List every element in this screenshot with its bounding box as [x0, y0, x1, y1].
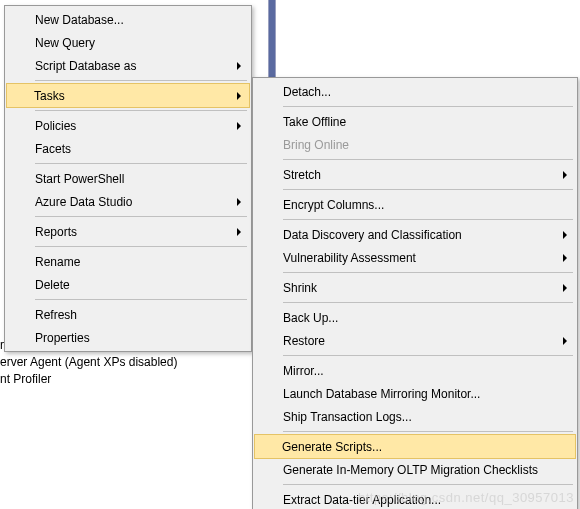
menu-label: Facets [35, 142, 71, 156]
menu-label: Vulnerability Assessment [283, 251, 416, 265]
menu-take-offline[interactable]: Take Offline [255, 110, 575, 133]
menu-separator [283, 106, 573, 107]
menu-reports[interactable]: Reports [7, 220, 249, 243]
menu-label: Ship Transaction Logs... [283, 410, 412, 424]
submenu-arrow-icon [563, 231, 567, 239]
submenu-arrow-icon [237, 62, 241, 70]
menu-label: Bring Online [283, 138, 349, 152]
context-menu-database: New Database... New Query Script Databas… [4, 5, 252, 352]
menu-label: Take Offline [283, 115, 346, 129]
menu-mirror[interactable]: Mirror... [255, 359, 575, 382]
menu-facets[interactable]: Facets [7, 137, 249, 160]
menu-label: New Database... [35, 13, 124, 27]
menu-separator [35, 246, 247, 247]
menu-label: Encrypt Columns... [283, 198, 384, 212]
menu-label: Azure Data Studio [35, 195, 132, 209]
tree-node[interactable]: erver Agent (Agent XPs disabled) [0, 355, 177, 369]
menu-label: Script Database as [35, 59, 136, 73]
menu-properties[interactable]: Properties [7, 326, 249, 349]
menu-data-discovery[interactable]: Data Discovery and Classification [255, 223, 575, 246]
menu-vulnerability-assessment[interactable]: Vulnerability Assessment [255, 246, 575, 269]
menu-separator [283, 302, 573, 303]
menu-detach[interactable]: Detach... [255, 80, 575, 103]
menu-label: Reports [35, 225, 77, 239]
menu-label: Start PowerShell [35, 172, 124, 186]
menu-label: Tasks [34, 89, 65, 103]
menu-label: Stretch [283, 168, 321, 182]
menu-policies[interactable]: Policies [7, 114, 249, 137]
submenu-arrow-icon [237, 228, 241, 236]
menu-generate-oltp-checklists[interactable]: Generate In-Memory OLTP Migration Checkl… [255, 458, 575, 481]
submenu-arrow-icon [237, 122, 241, 130]
menu-separator [283, 189, 573, 190]
menu-separator [35, 299, 247, 300]
menu-new-query[interactable]: New Query [7, 31, 249, 54]
menu-label: Launch Database Mirroring Monitor... [283, 387, 480, 401]
menu-bring-online: Bring Online [255, 133, 575, 156]
menu-separator [283, 484, 573, 485]
menu-separator [283, 159, 573, 160]
menu-delete[interactable]: Delete [7, 273, 249, 296]
menu-separator [283, 355, 573, 356]
menu-label: Properties [35, 331, 90, 345]
menu-label: Delete [35, 278, 70, 292]
menu-separator [35, 110, 247, 111]
menu-label: Back Up... [283, 311, 338, 325]
menu-rename[interactable]: Rename [7, 250, 249, 273]
menu-start-powershell[interactable]: Start PowerShell [7, 167, 249, 190]
tree-node[interactable]: nt Profiler [0, 372, 51, 386]
menu-label: Policies [35, 119, 76, 133]
menu-separator [35, 80, 247, 81]
submenu-arrow-icon [563, 171, 567, 179]
menu-label: Data Discovery and Classification [283, 228, 462, 242]
menu-label: New Query [35, 36, 95, 50]
menu-separator [35, 163, 247, 164]
menu-label: Refresh [35, 308, 77, 322]
menu-label: Shrink [283, 281, 317, 295]
menu-label: Generate In-Memory OLTP Migration Checkl… [283, 463, 538, 477]
menu-label: Extract Data-tier Application... [283, 493, 441, 507]
menu-new-database[interactable]: New Database... [7, 8, 249, 31]
menu-script-database-as[interactable]: Script Database as [7, 54, 249, 77]
submenu-arrow-icon [237, 198, 241, 206]
menu-stretch[interactable]: Stretch [255, 163, 575, 186]
submenu-arrow-icon [237, 92, 241, 100]
submenu-arrow-icon [563, 337, 567, 345]
menu-encrypt-columns[interactable]: Encrypt Columns... [255, 193, 575, 216]
menu-refresh[interactable]: Refresh [7, 303, 249, 326]
menu-restore[interactable]: Restore [255, 329, 575, 352]
menu-extract-data-tier[interactable]: Extract Data-tier Application... [255, 488, 575, 509]
menu-label: Mirror... [283, 364, 324, 378]
menu-separator [35, 216, 247, 217]
menu-separator [283, 219, 573, 220]
menu-ship-transaction-logs[interactable]: Ship Transaction Logs... [255, 405, 575, 428]
menu-tasks[interactable]: Tasks [6, 83, 250, 108]
submenu-arrow-icon [563, 254, 567, 262]
menu-label: Restore [283, 334, 325, 348]
submenu-arrow-icon [563, 284, 567, 292]
menu-back-up[interactable]: Back Up... [255, 306, 575, 329]
menu-label: Generate Scripts... [282, 440, 382, 454]
menu-shrink[interactable]: Shrink [255, 276, 575, 299]
menu-azure-data-studio[interactable]: Azure Data Studio [7, 190, 249, 213]
menu-generate-scripts[interactable]: Generate Scripts... [254, 434, 576, 459]
menu-launch-mirroring-monitor[interactable]: Launch Database Mirroring Monitor... [255, 382, 575, 405]
menu-label: Detach... [283, 85, 331, 99]
submenu-tasks: Detach... Take Offline Bring Online Stre… [252, 77, 578, 509]
menu-separator [283, 431, 573, 432]
menu-separator [283, 272, 573, 273]
menu-label: Rename [35, 255, 80, 269]
